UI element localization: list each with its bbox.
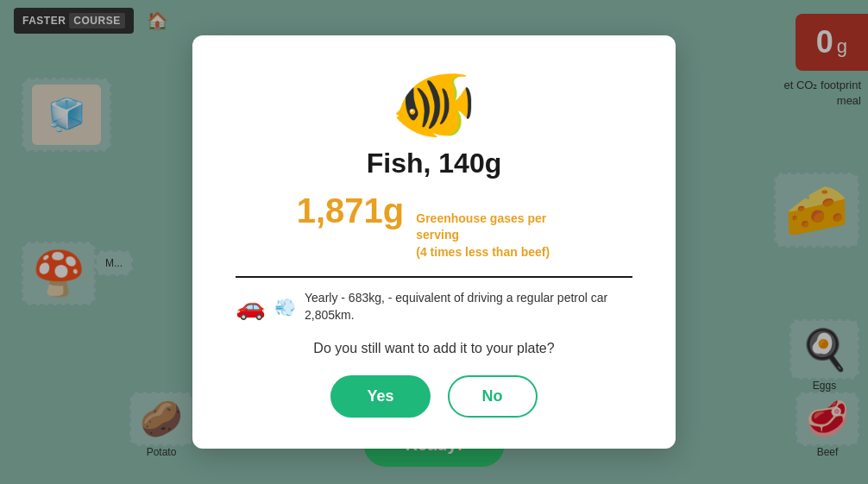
fish-icon: 🐠 <box>391 70 477 139</box>
ghg-desc-line1: Greenhouse gases per serving <box>416 211 571 244</box>
equivalent-row: 🚗 💨 Yearly - 683kg, - equivalent of driv… <box>236 276 632 324</box>
fish-title: Fish, 140g <box>367 148 502 179</box>
no-button[interactable]: No <box>448 375 538 418</box>
modal-question: Do you still want to add it to your plat… <box>313 341 554 356</box>
yes-button[interactable]: Yes <box>330 375 430 418</box>
ghg-description: Greenhouse gases per serving (4 times le… <box>416 211 571 261</box>
wind-icon: 💨 <box>274 297 296 317</box>
ghg-desc-line2: (4 times less than beef) <box>416 244 571 261</box>
modal-dialog: 🐠 Fish, 140g 1,871g Greenhouse gases per… <box>192 35 676 449</box>
modal-buttons: Yes No <box>330 375 537 418</box>
ghg-row: 1,871g Greenhouse gases per serving (4 t… <box>297 192 572 261</box>
car-icon: 🚗 <box>236 292 266 321</box>
modal-overlay: 🐠 Fish, 140g 1,871g Greenhouse gases per… <box>0 0 868 484</box>
ghg-value: 1,871g <box>297 192 405 230</box>
equivalent-text: Yearly - 683kg, - equivalent of driving … <box>305 290 632 324</box>
